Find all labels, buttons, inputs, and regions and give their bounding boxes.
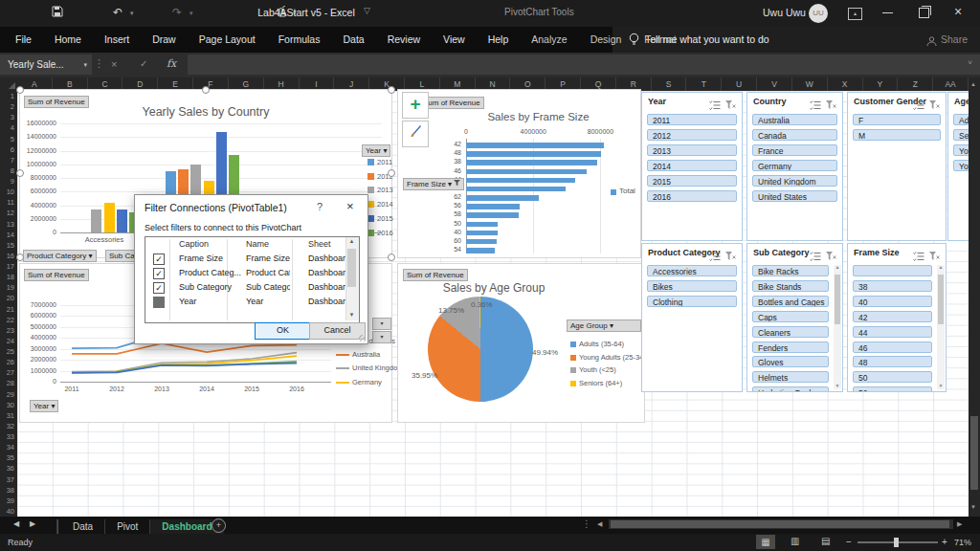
slicer-scroll-down-icon[interactable]: ▼ [937, 383, 945, 388]
row-header-25[interactable]: 25 [0, 346, 14, 357]
row-header-1[interactable]: 1 [0, 91, 14, 101]
sheet-nav-left-icon[interactable]: ◀ [13, 519, 19, 528]
slicer-scroll-thumb[interactable] [835, 275, 840, 324]
confirm-entry-icon[interactable]: ✓ [140, 58, 147, 69]
multiselect-icon[interactable] [709, 248, 722, 258]
slicer-item-Caps[interactable]: Caps [752, 311, 829, 322]
column-header-S[interactable]: S [652, 77, 687, 91]
row-header-4[interactable]: 4 [0, 122, 14, 133]
ribbon-display-options-icon[interactable]: ▴ [848, 8, 862, 20]
slicer-item-Bike Racks[interactable]: Bike Racks [752, 265, 829, 276]
checkbox-Year[interactable] [153, 297, 165, 308]
tab-scroll-splitter[interactable]: ⋮ [582, 518, 591, 529]
slicer-item-Helmets[interactable]: Helmets [752, 371, 829, 383]
row-header-3[interactable]: 3 [0, 112, 14, 122]
ribbon-tab-help[interactable]: Help [477, 27, 521, 53]
scroll-up-icon[interactable]: ▲ [970, 81, 976, 87]
bar-frame-50[interactable] [466, 222, 498, 228]
ribbon-tab-view[interactable]: View [432, 27, 477, 53]
bar-frame-62[interactable] [466, 195, 539, 201]
chart-sales-by-frame-size[interactable]: Sum of RevenueSales by Frame Size0400000… [397, 89, 641, 258]
bar-frame-52[interactable] [466, 187, 566, 192]
column-header-Z[interactable]: Z [898, 77, 933, 91]
row-header-17[interactable]: 17 [0, 261, 14, 272]
bar-2014-Accessories[interactable] [104, 203, 115, 232]
row-header-28[interactable]: 28 [0, 378, 14, 388]
row-header-18[interactable]: 18 [0, 272, 14, 282]
row-header-27[interactable]: 27 [0, 367, 14, 378]
bar-frame-44[interactable] [466, 178, 575, 184]
row-header-2[interactable]: 2 [0, 101, 14, 112]
field-button-frame-size[interactable]: Frame Size ▾ [403, 178, 464, 190]
bar-frame-58[interactable] [466, 212, 519, 218]
slicer-item-2013[interactable]: 2013 [647, 144, 737, 156]
chart-selection-handle[interactable] [16, 253, 24, 261]
select-all-corner[interactable] [0, 77, 17, 91]
undo-dropdown-icon[interactable]: ▾ [130, 10, 134, 17]
bar-frame-48[interactable] [466, 151, 601, 157]
slicer-scroll-up-icon[interactable]: ▲ [937, 264, 945, 270]
slicer-item-Canada[interactable]: Canada [752, 129, 837, 141]
row-header-9[interactable]: 9 [0, 176, 14, 187]
row-header-7[interactable]: 7 [0, 155, 14, 165]
bar-2013-Accessories[interactable] [91, 209, 101, 232]
row-header-31[interactable]: 31 [0, 410, 14, 421]
column-header-U[interactable]: U [722, 77, 757, 91]
row-header-34[interactable]: 34 [0, 442, 14, 452]
row-header-37[interactable]: 37 [0, 474, 14, 485]
slicer-product-category[interactable]: Product CategoryAccessoriesBikesClothing [641, 243, 743, 392]
name-box-dropdown-icon[interactable]: ▾ [83, 55, 87, 75]
scroll-down-icon[interactable]: ▼ [970, 504, 976, 510]
formula-bar-expand-icon[interactable]: ˅ [968, 58, 972, 67]
line-chart-field-dropdown-2[interactable]: ▾ [372, 331, 391, 343]
zoom-out-icon[interactable]: − [846, 537, 852, 547]
redo-icon[interactable]: ↷ [172, 6, 182, 19]
slicer-item-France[interactable]: France [752, 144, 837, 156]
sheet-tab-pivot[interactable]: Pivot [105, 519, 150, 535]
bar-frame-42[interactable] [466, 143, 604, 148]
field-button-product-category[interactable]: Product Category ▾ [23, 250, 97, 262]
row-header-8[interactable]: 8 [0, 165, 14, 176]
column-header-AA[interactable]: AA [933, 77, 969, 91]
row-header-21[interactable]: 21 [0, 304, 14, 315]
clear-filter-icon[interactable] [826, 248, 837, 258]
bar-frame-56[interactable] [466, 204, 520, 209]
filter-connections-dialog[interactable]: Filter Connections (PivotTable1) ? × Sel… [134, 194, 368, 344]
slicer-item-United Kingdom[interactable]: United Kingdom [752, 175, 837, 187]
multiselect-icon[interactable] [810, 248, 822, 258]
checkbox-Product Categ...[interactable]: ✓ [153, 268, 165, 279]
field-button-sum-of-revenue[interactable]: Sum of Revenue [419, 97, 484, 109]
row-header-15[interactable]: 15 [0, 240, 14, 251]
ok-button[interactable]: OK [255, 322, 311, 340]
row-header-40[interactable]: 40 [0, 506, 14, 517]
row-header-22[interactable]: 22 [0, 315, 14, 325]
normal-view-icon[interactable]: ▦ [756, 535, 775, 549]
ribbon-tab-home[interactable]: Home [43, 27, 93, 53]
bar-frame-60[interactable] [466, 239, 497, 245]
chart-selection-handle[interactable] [16, 169, 24, 177]
page-layout-view-icon[interactable]: ▥ [791, 536, 799, 546]
bar-frame-46[interactable] [466, 169, 587, 175]
ribbon-tab-insert[interactable]: Insert [93, 27, 141, 53]
user-name[interactable]: Uwu Uwu [763, 7, 806, 18]
slicer-item-Cleaners[interactable]: Cleaners [752, 326, 829, 338]
restore-button[interactable] [919, 8, 929, 18]
slicer-item-United States[interactable]: United States [752, 190, 837, 202]
ribbon-tab-format[interactable]: Format [633, 27, 687, 53]
slicer-item-Clothing[interactable]: Clothing [647, 296, 737, 307]
checkbox-Frame Size[interactable]: ✓ [153, 253, 165, 265]
minimize-button[interactable] [882, 12, 893, 13]
dialog-scroll-thumb[interactable] [347, 249, 356, 287]
row-header-10[interactable]: 10 [0, 187, 14, 197]
cancel-button[interactable]: Cancel [309, 322, 366, 340]
clear-filter-icon[interactable] [725, 97, 737, 107]
chart-selection-handle[interactable] [202, 86, 210, 94]
field-button-year-legend[interactable]: Year ▾ [362, 144, 390, 157]
slicer-scroll-up-icon[interactable]: ▲ [834, 264, 841, 270]
row-header-14[interactable]: 14 [0, 230, 14, 240]
column-header-X[interactable]: X [828, 77, 863, 91]
horizontal-scrollbar[interactable] [609, 519, 953, 529]
column-header-T[interactable]: T [686, 77, 722, 91]
ribbon-tab-analyze[interactable]: Analyze [520, 27, 578, 53]
field-button-age-group[interactable]: Age Group ▾ [567, 320, 641, 332]
